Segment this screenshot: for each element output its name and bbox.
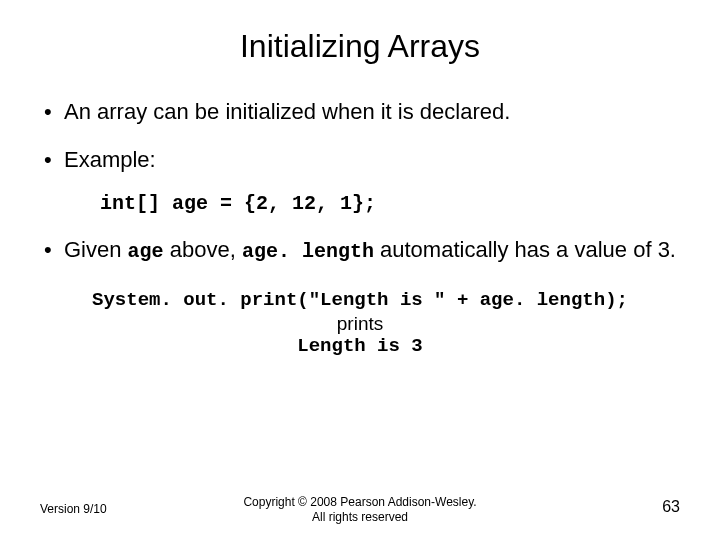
b3-text-pre: Given (64, 237, 128, 262)
footer-version: Version 9/10 (40, 502, 107, 516)
code-example-1: int[] age = {2, 12, 1}; (100, 192, 680, 215)
bullet-list: An array can be initialized when it is d… (40, 97, 680, 174)
output-prints-label: prints (40, 313, 680, 335)
bullet-2: Example: (40, 145, 680, 175)
footer-copyright-line2: All rights reserved (40, 510, 680, 526)
slide-title: Initializing Arrays (40, 28, 680, 65)
output-result: Length is 3 (40, 335, 680, 357)
output-statement: System. out. print("Length is " + age. l… (40, 289, 680, 311)
output-block: System. out. print("Length is " + age. l… (40, 289, 680, 357)
b3-code-length: age. length (242, 240, 374, 263)
bullet-1: An array can be initialized when it is d… (40, 97, 680, 127)
footer-page-number: 63 (662, 498, 680, 516)
bullet-list-2: Given age above, age. length automatical… (40, 235, 680, 265)
footer-copyright: Copyright © 2008 Pearson Addison-Wesley.… (40, 495, 680, 526)
footer-copyright-line1: Copyright © 2008 Pearson Addison-Wesley. (40, 495, 680, 511)
b3-code-age: age (128, 240, 164, 263)
b3-text-mid: above, (164, 237, 242, 262)
b3-text-post: automatically has a value of 3. (374, 237, 676, 262)
bullet-3: Given age above, age. length automatical… (40, 235, 680, 265)
footer: Version 9/10 Copyright © 2008 Pearson Ad… (0, 495, 720, 526)
